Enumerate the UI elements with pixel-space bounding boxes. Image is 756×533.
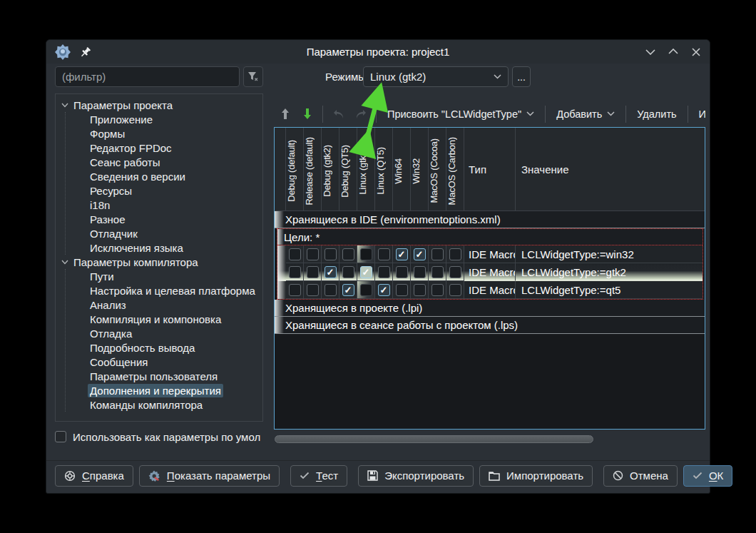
tree-group-label[interactable]: Параметры компилятора xyxy=(71,255,200,269)
sidebar-item-label[interactable]: Подробность вывода xyxy=(88,341,197,355)
sidebar-item-label[interactable]: Пути xyxy=(88,270,116,283)
mode-column-header[interactable]: Debug (QT5) xyxy=(339,128,357,210)
mode-checkbox[interactable]: ✓ xyxy=(342,284,354,296)
sidebar-item-label[interactable]: Дополнения и перекрытия xyxy=(88,384,223,397)
build-modes-more-button[interactable]: ... xyxy=(512,66,531,87)
row-value-cell[interactable]: LCLWidgetType:=qt5 xyxy=(516,281,703,299)
sidebar-item[interactable]: Разное xyxy=(66,212,262,226)
sidebar-item-label[interactable]: Отладка xyxy=(88,327,134,340)
sidebar-item[interactable]: Отладчик xyxy=(66,226,262,240)
sidebar-item-label[interactable]: Разное xyxy=(88,213,128,226)
mode-checkbox[interactable] xyxy=(307,284,319,296)
mode-checkbox[interactable] xyxy=(325,248,337,260)
mode-checkbox[interactable] xyxy=(289,284,301,296)
undo-button[interactable] xyxy=(327,104,349,124)
mode-checkbox[interactable] xyxy=(378,266,390,278)
section-lpi[interactable]: Хранящиеся в проекте (.lpi) xyxy=(275,300,705,317)
mode-checkbox[interactable]: ✓ xyxy=(414,248,426,260)
mode-checkbox[interactable] xyxy=(342,266,354,278)
mode-checkbox[interactable]: ✓ xyxy=(396,248,408,260)
sidebar-item[interactable]: Формы xyxy=(66,126,262,141)
mode-checkbox[interactable] xyxy=(289,266,301,278)
sidebar-item[interactable]: Настройка и целевая платформа xyxy=(66,283,262,298)
mode-checkbox[interactable] xyxy=(307,248,319,260)
sidebar-item[interactable]: Компиляция и компоновка xyxy=(66,312,262,326)
mode-checkbox[interactable]: ✓ xyxy=(325,266,337,278)
add-button[interactable]: Добавить xyxy=(550,104,621,124)
chevron-down-icon[interactable] xyxy=(58,103,71,108)
sidebar-item[interactable]: Команды компилятора xyxy=(66,397,262,412)
redo-button[interactable] xyxy=(349,104,372,124)
mode-checkbox[interactable]: ✓ xyxy=(378,284,390,296)
table-row[interactable]: ✓✓IDE MacroLCLWidgetType:=qt5 xyxy=(277,281,703,299)
mode-column-header[interactable]: Win32 xyxy=(411,128,429,210)
mode-column-header[interactable]: MacOS (Carbon) xyxy=(446,128,464,210)
mode-checkbox[interactable] xyxy=(360,248,372,260)
mode-column-header[interactable]: MacOS (Cocoa) xyxy=(429,128,446,210)
sidebar-item[interactable]: Параметры пользователя xyxy=(66,369,262,383)
sidebar-item-label[interactable]: Сеанс работы xyxy=(88,156,162,169)
delete-button[interactable]: Удалить xyxy=(630,104,683,124)
sidebar-item-label[interactable]: Команды компилятора xyxy=(88,398,205,412)
sidebar-item-label[interactable]: Формы xyxy=(88,127,127,141)
row-type-cell[interactable]: IDE Macro xyxy=(464,245,516,263)
mode-checkbox[interactable] xyxy=(360,284,372,296)
build-mode-select[interactable]: Linux (gtk2) xyxy=(363,66,509,87)
sidebar-item[interactable]: Подробность вывода xyxy=(66,340,262,355)
footer-button-folder-icon[interactable]: Импортировать xyxy=(479,465,593,487)
sidebar-item-label[interactable]: Приложение xyxy=(88,113,155,126)
use-button[interactable]: Испол xyxy=(693,104,705,124)
sidebar-item[interactable]: Отладка xyxy=(66,326,262,340)
h-scrollbar-thumb[interactable] xyxy=(275,435,593,443)
sidebar-item-label[interactable]: Параметры пользователя xyxy=(88,370,220,383)
sidebar-item[interactable]: Исключения языка xyxy=(66,240,262,255)
row-type-cell[interactable]: IDE Macro xyxy=(464,263,516,281)
section-lps[interactable]: Хранящиеся в сеансе работы с проектом (.… xyxy=(275,317,705,334)
sidebar-item-label[interactable]: Сообщения xyxy=(88,355,150,369)
sidebar-item[interactable]: Пути xyxy=(66,269,262,283)
mode-column-header[interactable]: Debug (default) xyxy=(286,128,304,210)
mode-column-header[interactable]: Debug (gtk2) xyxy=(322,128,339,210)
footer-button-cancel-icon[interactable]: Отмена xyxy=(603,465,678,487)
mode-checkbox[interactable] xyxy=(449,284,461,296)
sidebar-item[interactable]: Сообщения xyxy=(66,355,262,369)
mode-checkbox[interactable] xyxy=(449,266,461,278)
footer-button-save-icon[interactable]: Экспортировать xyxy=(358,465,474,487)
horizontal-scrollbar[interactable] xyxy=(274,434,705,445)
targets-row[interactable]: Цели: * xyxy=(277,229,703,245)
section-ide[interactable]: Хранящиеся в IDE (environmentoptions.xml… xyxy=(275,211,705,228)
mode-column-header[interactable]: Release (default) xyxy=(304,128,322,210)
tree-group-project[interactable]: Параметры проекта xyxy=(58,98,262,112)
sidebar-item-label[interactable]: Компиляция и компоновка xyxy=(88,313,223,326)
sidebar-item[interactable]: i18n xyxy=(66,198,262,212)
minimize-button[interactable] xyxy=(644,46,657,59)
mode-column-header[interactable]: Linux (gtk2) xyxy=(357,128,375,210)
tree-group-label[interactable]: Параметры проекта xyxy=(71,98,175,112)
footer-button-check-icon[interactable]: Тест xyxy=(290,465,347,487)
mode-checkbox[interactable] xyxy=(396,266,408,278)
mode-checkbox[interactable] xyxy=(431,248,444,260)
close-button[interactable] xyxy=(690,46,703,59)
mode-checkbox[interactable] xyxy=(431,266,444,278)
row-value-cell[interactable]: LCLWidgetType:=gtk2 xyxy=(516,263,703,281)
mode-checkbox[interactable] xyxy=(307,266,319,278)
mode-column-header[interactable]: Linux (QT5) xyxy=(375,128,393,210)
sidebar-item-label[interactable]: Отладчик xyxy=(88,227,140,240)
chevron-down-icon[interactable] xyxy=(58,260,71,265)
row-value-cell[interactable]: LCLWidgetType:=win32 xyxy=(516,245,703,263)
sidebar-item-label[interactable]: Сведения о версии xyxy=(88,170,188,183)
move-up-button[interactable] xyxy=(274,104,296,124)
mode-checkbox[interactable] xyxy=(378,248,390,260)
table-row[interactable]: ✓✓IDE MacroLCLWidgetType:=gtk2 xyxy=(277,263,703,281)
table-row[interactable]: ✓✓IDE MacroLCLWidgetType:=win32 xyxy=(277,245,703,263)
assign-lclwidgettype-button[interactable]: Присвоить "LCLWidgetType" xyxy=(381,104,541,124)
sidebar-item[interactable]: Сеанс работы xyxy=(66,155,262,169)
sidebar-item-label[interactable]: i18n xyxy=(88,198,112,212)
sidebar-item[interactable]: Ресурсы xyxy=(66,183,262,198)
sidebar-item[interactable]: Сведения о версии xyxy=(66,169,262,183)
use-as-default-checkbox[interactable] xyxy=(55,431,66,442)
sidebar-item-label[interactable]: Ресурсы xyxy=(88,184,134,198)
mode-checkbox[interactable] xyxy=(342,248,354,260)
row-type-cell[interactable]: IDE Macro xyxy=(464,281,516,299)
maximize-button[interactable] xyxy=(667,46,680,59)
